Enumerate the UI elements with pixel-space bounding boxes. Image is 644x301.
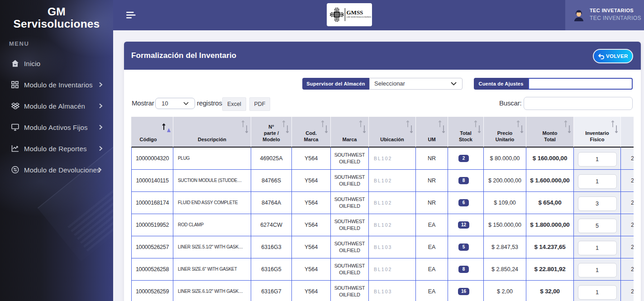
svg-text:GMSS: GMSS — [347, 9, 363, 16]
svg-text:GM SERVISOLUCIONES: GM SERVISOLUCIONES — [347, 16, 372, 18]
